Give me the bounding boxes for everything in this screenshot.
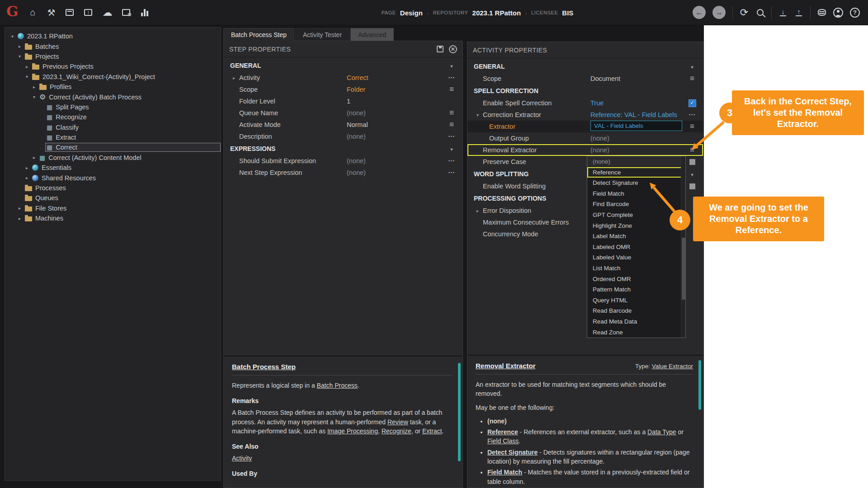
expand-arrow-icon[interactable]: ▸: [233, 75, 239, 80]
menu-icon[interactable]: [687, 73, 698, 84]
chart-icon[interactable]: [140, 7, 149, 19]
database-icon[interactable]: [817, 7, 826, 19]
tree-item-processes[interactable]: Processes: [5, 183, 221, 193]
tree-item-file-stores[interactable]: ▸File Stores: [5, 203, 221, 213]
close-icon[interactable]: ✕: [449, 45, 457, 53]
dropdown-item-read-meta-data[interactable]: Read Meta Data: [587, 316, 685, 327]
menu-icon[interactable]: [446, 107, 457, 119]
ellipsis-button[interactable]: [446, 155, 457, 167]
dropdown-item-detect-signature[interactable]: Detect Signature: [587, 178, 685, 188]
scrollbar-thumb[interactable]: [682, 238, 685, 299]
save-icon[interactable]: [437, 46, 443, 52]
expand-arrow-icon[interactable]: ▸: [16, 216, 24, 221]
prop-row-removal-extractor[interactable]: Removal Extractor(none): [467, 144, 703, 156]
chevron-down-icon[interactable]: [687, 170, 698, 178]
prop-row-description[interactable]: Description(none): [224, 131, 462, 142]
dropdown-item-label-match[interactable]: Label Match: [587, 231, 685, 242]
collapse-arrow-icon[interactable]: ▾: [23, 74, 31, 79]
section-general[interactable]: GENERAL: [467, 60, 703, 73]
tree-item-split-pages[interactable]: Split Pages: [5, 102, 221, 112]
prop-row-correction-extractor[interactable]: ▾Correction ExtractorReference: VAL - Fi…: [467, 109, 703, 121]
help-scrollbar[interactable]: [698, 360, 701, 410]
cloud-upload-icon[interactable]: ☁: [102, 7, 112, 19]
archive-icon[interactable]: [65, 7, 74, 19]
tree-item-queues[interactable]: Queues: [5, 193, 221, 203]
forward-icon[interactable]: →: [712, 6, 726, 19]
back-icon[interactable]: ←: [693, 6, 706, 19]
checkbox[interactable]: [687, 156, 698, 168]
dropdown-item-ordered-omr[interactable]: Ordered OMR: [587, 274, 685, 285]
tree-item-shared-resources[interactable]: ▸Shared Resources: [5, 173, 221, 183]
prop-row-activate-mode[interactable]: Activate ModeNormal: [224, 119, 462, 131]
expand-arrow-icon[interactable]: ▸: [16, 44, 24, 49]
collapse-arrow-icon[interactable]: ▾: [476, 113, 483, 117]
tree-item-2023-1-rpatton[interactable]: ▾2023.1 RPatton: [5, 31, 221, 41]
tree-item-correct[interactable]: Correct: [5, 142, 221, 152]
tree-item-extract[interactable]: Extract: [5, 132, 221, 142]
tree-item-correct-activity-content-model[interactable]: ▸Correct (Activity) Content Model: [5, 153, 221, 163]
tree-item-essentials[interactable]: ▸Essentials: [5, 163, 221, 173]
dropdown-item-pattern-match[interactable]: Pattern Match: [587, 284, 685, 295]
menu-icon[interactable]: [446, 84, 457, 95]
dropdown-item-query-html[interactable]: Query HTML: [587, 295, 685, 306]
licensee-value[interactable]: BIS: [562, 9, 573, 17]
user-icon[interactable]: [833, 7, 843, 19]
prop-row-scope[interactable]: ScopeFolder: [224, 84, 462, 95]
prop-row-enable-spell-correction[interactable]: Enable Spell CorrectionTrue: [467, 97, 703, 109]
export-box-icon[interactable]: ↑: [84, 7, 93, 19]
expand-arrow-icon[interactable]: ▸: [16, 206, 24, 211]
collapse-arrow-icon[interactable]: ▾: [9, 34, 16, 39]
tree-item-correct-activity-batch-process[interactable]: ▾Correct (Activity) Batch Process: [5, 92, 221, 102]
tools-icon[interactable]: ⚒: [47, 7, 56, 19]
menu-icon[interactable]: [446, 119, 457, 131]
expand-arrow-icon[interactable]: ▸: [23, 175, 31, 180]
prop-row-scope[interactable]: ScopeDocument: [467, 73, 703, 84]
expand-arrow-icon[interactable]: ▸: [30, 155, 38, 160]
section-general[interactable]: GENERAL: [224, 59, 462, 72]
dropdown-item-reference[interactable]: Reference: [587, 167, 685, 178]
download-icon[interactable]: ↓: [778, 7, 788, 19]
dropdown-item-none[interactable]: (none): [587, 156, 685, 167]
dropdown-item-field-match[interactable]: Field Match: [587, 188, 685, 199]
package-settings-icon[interactable]: [122, 7, 131, 19]
tree-item-recognize[interactable]: Recognize: [5, 112, 221, 122]
activity-link[interactable]: Activity: [232, 455, 252, 462]
ellipsis-button[interactable]: [446, 72, 457, 84]
tree-item-projects[interactable]: ▾Projects: [5, 52, 221, 61]
chevron-down-icon[interactable]: [446, 145, 457, 152]
help-scrollbar[interactable]: [458, 363, 461, 461]
tree-item-2023-1-wiki-correct-activity-project[interactable]: ▾2023.1_Wiki_Correct-(Activity)_Project: [5, 72, 221, 82]
expand-arrow-icon[interactable]: ▸: [30, 84, 38, 89]
dropdown-item-list-match[interactable]: List Match: [587, 263, 685, 274]
checkbox-checked[interactable]: [687, 97, 698, 109]
prop-row-extractor[interactable]: ExtractorVAL - Field Labels: [467, 121, 703, 132]
dropdown-item-labeled-omr[interactable]: Labeled OMR: [587, 242, 685, 253]
page-value[interactable]: Design: [400, 9, 423, 17]
ellipsis-button[interactable]: [446, 131, 457, 142]
prop-row-folder-level[interactable]: Folder Level1: [224, 95, 462, 107]
upload-icon[interactable]: ↑: [794, 7, 803, 19]
prop-row-queue-name[interactable]: Queue Name(none): [224, 107, 462, 119]
help-icon[interactable]: ?: [850, 7, 860, 19]
dropdown-item-labeled-value[interactable]: Labeled Value: [587, 252, 685, 263]
tree-item-classify[interactable]: Classify: [5, 122, 221, 132]
chevron-down-icon[interactable]: [446, 62, 457, 69]
tab-advanced[interactable]: Advanced: [350, 28, 394, 41]
home-icon[interactable]: ⌂: [28, 7, 37, 19]
value-extractor-link[interactable]: Value Extractor: [652, 363, 693, 370]
prop-row-should-submit-expression[interactable]: Should Submit Expression(none): [224, 155, 462, 167]
prop-row-activity[interactable]: ▸ActivityCorrect: [224, 72, 462, 84]
search-icon[interactable]: [755, 7, 764, 19]
dropdown-item-read-zone[interactable]: Read Zone: [587, 327, 685, 338]
tree-item-previous-projects[interactable]: ▸Previous Projects: [5, 61, 221, 71]
chevron-down-icon[interactable]: [687, 63, 698, 70]
extractor-input[interactable]: VAL - Field Labels: [590, 121, 682, 131]
menu-icon[interactable]: [687, 144, 698, 156]
ellipsis-button[interactable]: [687, 109, 698, 121]
ellipsis-button[interactable]: [446, 167, 457, 178]
menu-icon[interactable]: [687, 121, 698, 132]
checkbox[interactable]: [687, 180, 698, 192]
refresh-icon[interactable]: ⟳: [740, 7, 749, 19]
dropdown-item-read-barcode[interactable]: Read Barcode: [587, 305, 685, 316]
tree-item-profiles[interactable]: ▸Profiles: [5, 82, 221, 92]
